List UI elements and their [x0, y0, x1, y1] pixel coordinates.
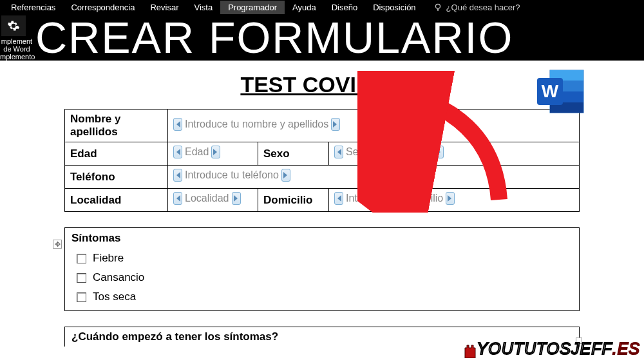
symptom-item: Tos seca [71, 287, 573, 307]
symptom-label: Fiebre [93, 252, 124, 265]
tell-me-label: ¿Qué desea hacer? [446, 3, 520, 12]
name-label: Nombre y apellidos [65, 110, 168, 142]
age-cell[interactable]: Edad [168, 142, 258, 166]
addins-button[interactable] [1, 15, 26, 36]
tell-me-search[interactable]: ¿Qué desea hacer? [433, 3, 520, 12]
age-label: Edad [65, 142, 168, 166]
symptoms-heading: Síntomas [71, 232, 573, 245]
phone-label: Teléfono [65, 166, 168, 189]
city-cell[interactable]: Localidad [168, 189, 258, 212]
address-input[interactable]: Introduce tu domicilio [334, 192, 455, 205]
symptom-label: Cansancio [93, 271, 144, 284]
banner: mplement de Word mplemento CREAR FORMULA… [0, 14, 644, 61]
address-cell[interactable]: Introduce tu domicilio [329, 189, 580, 212]
phone-cell[interactable]: Introduce tu teléfono [168, 166, 580, 189]
address-label: Domicilio [258, 189, 329, 212]
city-label: Localidad [65, 189, 168, 212]
watermark-main: YOUTUTOSJEFF [477, 339, 612, 358]
lightbulb-icon [433, 3, 442, 12]
sex-cell[interactable]: Selecciona tu sexo [329, 142, 580, 166]
cc-handle-icon [435, 146, 444, 158]
page-title: TEST COVID-19 [64, 72, 580, 97]
cc-handle-icon [173, 118, 182, 131]
symptom-item: Cansancio [71, 268, 573, 287]
watermark: YOUTUTOSJEFF.ES [463, 339, 640, 358]
checkbox-fiebre[interactable] [77, 254, 86, 263]
watermark-suffix: .ES [612, 339, 640, 358]
checkbox-tosseca[interactable] [77, 292, 86, 302]
sex-select[interactable]: Selecciona tu sexo [334, 146, 444, 158]
cc-handle-icon [173, 192, 182, 205]
sex-label: Sexo [258, 142, 329, 166]
symptoms-box: Síntomas Fiebre Cansancio Tos seca [64, 227, 580, 311]
name-input[interactable]: Introduce tu nombre y apellidos [173, 118, 340, 131]
cc-handle-icon [446, 192, 455, 205]
name-cell[interactable]: Introduce tu nombre y apellidos [168, 110, 580, 142]
city-input[interactable]: Localidad [173, 192, 241, 205]
cc-handle-icon [281, 169, 290, 182]
cc-handle-icon [173, 169, 182, 182]
checkbox-cansancio[interactable] [77, 273, 86, 283]
tower-icon [463, 339, 477, 358]
form-table: Nombre y apellidos Introduce tu nombre y… [64, 109, 580, 212]
cc-handle-icon [211, 146, 220, 158]
cc-handle-icon [173, 146, 182, 158]
symptom-label: Tos seca [93, 291, 136, 303]
cc-handle-icon [334, 192, 343, 205]
addins-label: mplement de Word mplemento [0, 37, 33, 61]
table-move-handle-icon[interactable]: ✥ [53, 240, 62, 249]
cc-handle-icon [334, 146, 343, 158]
svg-point-0 [435, 4, 440, 8]
symptom-item: Fiebre [71, 249, 573, 268]
svg-text:W: W [542, 81, 559, 101]
cc-handle-icon [232, 192, 241, 205]
banner-title: CREAR FORMULARIO [35, 12, 513, 62]
cc-handle-icon [331, 118, 340, 131]
age-input[interactable]: Edad [173, 146, 220, 158]
word-app-icon: W [535, 68, 586, 116]
gear-icon [7, 19, 20, 32]
phone-input[interactable]: Introduce tu teléfono [173, 169, 290, 182]
